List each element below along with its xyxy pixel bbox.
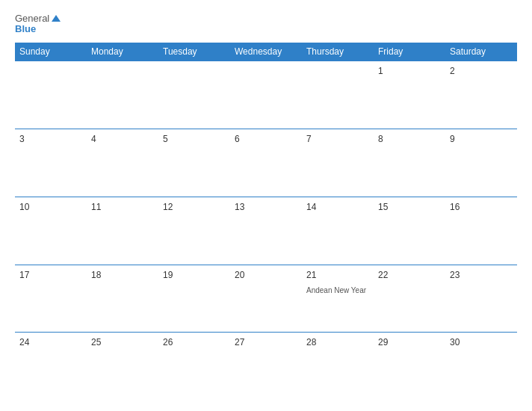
calendar-cell: 21Andean New Year [302, 265, 374, 333]
calendar-cell: 24 [15, 333, 87, 401]
calendar-cell: 16 [445, 197, 517, 265]
day-number: 22 [378, 270, 441, 280]
calendar-cell: 8 [374, 129, 445, 197]
week-row-5: 24252627282930 [15, 333, 517, 401]
calendar-cell: 28 [302, 333, 374, 401]
calendar-cell: 10 [15, 197, 87, 265]
weekday-header-wednesday: Wednesday [230, 43, 302, 61]
day-number: 5 [163, 134, 226, 144]
day-number: 4 [91, 134, 154, 144]
calendar-table: SundayMondayTuesdayWednesdayThursdayFrid… [15, 43, 517, 401]
calendar-cell [302, 61, 374, 129]
day-number: 6 [235, 134, 297, 144]
day-number: 13 [235, 202, 297, 212]
calendar-cell: 15 [374, 197, 445, 265]
calendar-cell: 12 [158, 197, 230, 265]
day-number: 8 [378, 134, 441, 144]
day-number: 2 [450, 66, 513, 76]
day-number: 26 [163, 337, 226, 347]
calendar-cell: 18 [87, 265, 158, 333]
logo-blue-text: Blue [15, 24, 61, 34]
day-number: 16 [450, 202, 513, 212]
day-number: 24 [19, 337, 82, 347]
week-row-3: 10111213141516 [15, 197, 517, 265]
calendar-cell: 13 [230, 197, 302, 265]
weekday-header-sunday: Sunday [15, 43, 87, 61]
calendar-cell: 22 [374, 265, 445, 333]
calendar-cell: 6 [230, 129, 302, 197]
week-row-4: 1718192021Andean New Year2223 [15, 265, 517, 333]
logo-triangle-icon [52, 15, 61, 22]
day-number: 9 [450, 134, 513, 144]
day-number: 3 [19, 134, 82, 144]
calendar-cell: 30 [445, 333, 517, 401]
day-number: 25 [91, 337, 154, 347]
calendar-cell [230, 61, 302, 129]
day-number: 21 [306, 270, 369, 280]
day-number: 23 [450, 270, 513, 280]
calendar-cell: 19 [158, 265, 230, 333]
day-number: 12 [163, 202, 226, 212]
calendar-cell [87, 61, 158, 129]
calendar-cell: 3 [15, 129, 87, 197]
weekday-header-friday: Friday [374, 43, 445, 61]
logo-general-text: General [15, 13, 49, 24]
day-number: 15 [378, 202, 441, 212]
event-label: Andean New Year [306, 286, 366, 294]
calendar-cell: 26 [158, 333, 230, 401]
calendar-cell: 1 [374, 61, 445, 129]
calendar-cell: 7 [302, 129, 374, 197]
day-number: 27 [235, 337, 297, 347]
calendar-cell: 27 [230, 333, 302, 401]
calendar-cell: 25 [87, 333, 158, 401]
calendar-cell [158, 61, 230, 129]
calendar-header: General Blue [15, 13, 517, 35]
calendar-cell: 20 [230, 265, 302, 333]
weekday-header-row: SundayMondayTuesdayWednesdayThursdayFrid… [15, 43, 517, 61]
day-number: 17 [19, 270, 82, 280]
calendar-cell: 9 [445, 129, 517, 197]
calendar-cell: 23 [445, 265, 517, 333]
calendar-wrapper: General Blue SundayMondayTuesdayWednesda… [0, 0, 532, 411]
day-number: 19 [163, 270, 226, 280]
day-number: 7 [306, 134, 369, 144]
day-number: 20 [235, 270, 297, 280]
week-row-1: 12 [15, 61, 517, 129]
calendar-cell: 2 [445, 61, 517, 129]
calendar-cell: 4 [87, 129, 158, 197]
day-number: 28 [306, 337, 369, 347]
day-number: 29 [378, 337, 441, 347]
calendar-cell: 11 [87, 197, 158, 265]
week-row-2: 3456789 [15, 129, 517, 197]
calendar-cell [15, 61, 87, 129]
day-number: 10 [19, 202, 82, 212]
day-number: 1 [378, 66, 441, 76]
calendar-cell: 29 [374, 333, 445, 401]
day-number: 11 [91, 202, 154, 212]
calendar-cell: 5 [158, 129, 230, 197]
logo: General Blue [15, 13, 61, 35]
calendar-cell: 14 [302, 197, 374, 265]
weekday-header-thursday: Thursday [302, 43, 374, 61]
day-number: 30 [450, 337, 513, 347]
weekday-header-tuesday: Tuesday [158, 43, 230, 61]
weekday-header-saturday: Saturday [445, 43, 517, 61]
day-number: 18 [91, 270, 154, 280]
day-number: 14 [306, 202, 369, 212]
weekday-header-monday: Monday [87, 43, 158, 61]
calendar-cell: 17 [15, 265, 87, 333]
